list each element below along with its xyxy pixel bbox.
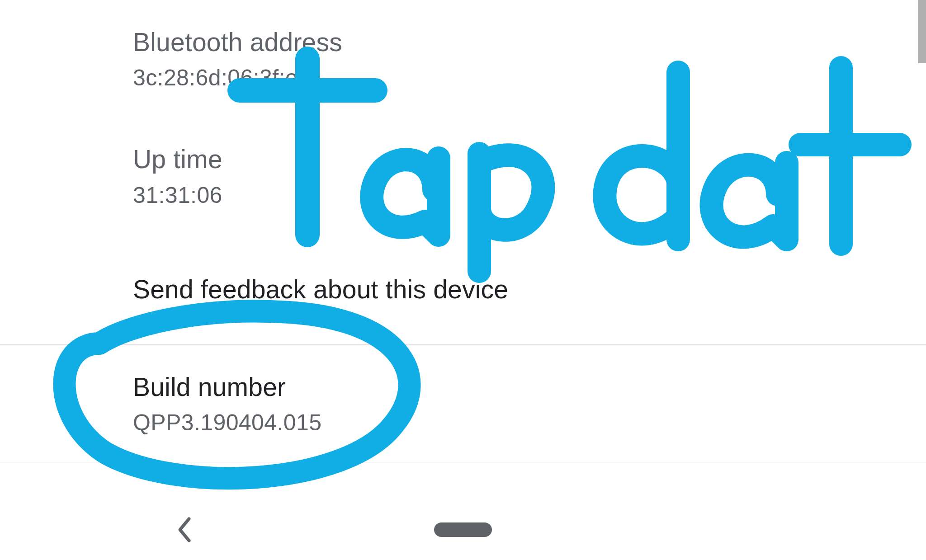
back-icon[interactable] <box>176 516 193 543</box>
send-feedback-label: Send feedback about this device <box>133 273 926 306</box>
build-number-label: Build number <box>133 371 926 403</box>
build-number-row[interactable]: Build number QPP3.190404.015 <box>0 345 926 462</box>
settings-list: Bluetooth address 3c:28:6d:06:3f:e7 Up t… <box>0 0 926 462</box>
home-pill[interactable] <box>434 522 492 537</box>
up-time-value: 31:31:06 <box>133 182 926 208</box>
up-time-row[interactable]: Up time 31:31:06 <box>0 117 926 234</box>
bluetooth-address-label: Bluetooth address <box>133 26 926 58</box>
about-phone-screen: Bluetooth address 3c:28:6d:06:3f:e7 Up t… <box>0 0 926 560</box>
gesture-nav-bar <box>0 499 926 560</box>
build-number-value: QPP3.190404.015 <box>133 409 926 436</box>
bluetooth-address-row[interactable]: Bluetooth address 3c:28:6d:06:3f:e7 <box>0 0 926 117</box>
divider <box>0 462 926 462</box>
up-time-label: Up time <box>133 143 926 175</box>
bluetooth-address-value: 3c:28:6d:06:3f:e7 <box>133 65 926 91</box>
scrollbar-thumb[interactable] <box>918 0 926 63</box>
send-feedback-row[interactable]: Send feedback about this device <box>0 235 926 344</box>
